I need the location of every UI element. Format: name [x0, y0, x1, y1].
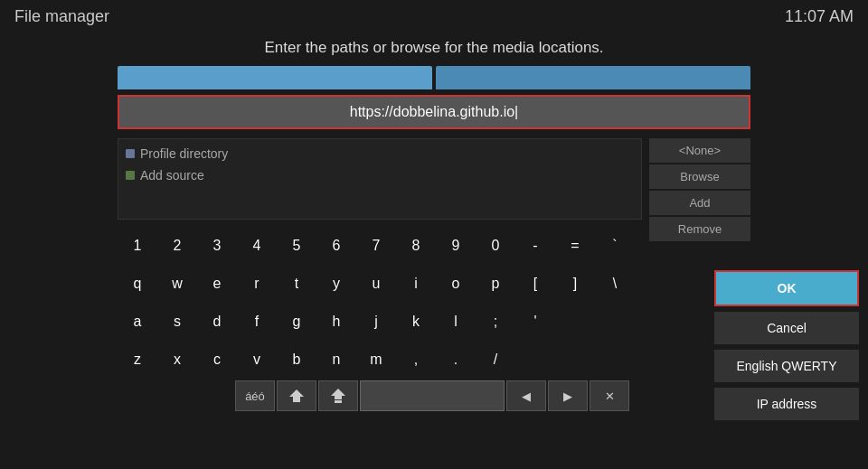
right-panel: OK Cancel English QWERTY IP address	[714, 270, 859, 420]
right-arrow-key[interactable]: ▶	[548, 380, 588, 411]
key-1[interactable]: 1	[118, 229, 157, 263]
list-item[interactable]: Profile directory	[118, 143, 641, 164]
key-b[interactable]: b	[277, 342, 316, 377]
key-3[interactable]: 3	[197, 229, 237, 263]
header: File manager 11:07 AM	[0, 0, 868, 33]
tab-2[interactable]	[436, 66, 750, 89]
shift-icon	[288, 388, 305, 404]
key-l[interactable]: l	[436, 305, 476, 339]
key-8[interactable]: 8	[396, 229, 436, 263]
key-o[interactable]: o	[436, 267, 476, 301]
cancel-button[interactable]: Cancel	[714, 312, 859, 344]
clock: 11:07 AM	[785, 7, 854, 26]
key-p[interactable]: p	[476, 267, 515, 301]
key-slash[interactable]: /	[476, 342, 515, 377]
key-rbracket[interactable]: ]	[555, 267, 595, 301]
browse-button[interactable]: Browse	[649, 164, 750, 189]
key-k[interactable]: k	[396, 305, 436, 339]
key-period[interactable]: .	[436, 342, 476, 377]
key-9[interactable]: 9	[436, 229, 476, 263]
keyboard-row-1: 1 2 3 4 5 6 7 8 9 0 - = `	[118, 229, 861, 263]
caps-key[interactable]	[318, 380, 358, 411]
key-q[interactable]: q	[118, 267, 157, 301]
key-h[interactable]: h	[316, 305, 356, 339]
special-chars-key[interactable]: áéó	[235, 380, 275, 411]
left-arrow-key[interactable]: ◀	[506, 380, 546, 411]
url-container	[0, 95, 868, 129]
item-icon	[126, 171, 135, 180]
key-v[interactable]: v	[237, 342, 277, 377]
key-g[interactable]: g	[277, 305, 316, 339]
shift-key[interactable]	[277, 380, 316, 411]
key-comma[interactable]: ,	[396, 342, 436, 377]
key-5[interactable]: 5	[277, 229, 316, 263]
side-buttons: <None> Browse Add Remove	[642, 138, 750, 220]
key-y[interactable]: y	[316, 267, 356, 301]
key-0[interactable]: 0	[476, 229, 515, 263]
app-title: File manager	[14, 7, 109, 26]
url-input[interactable]	[118, 95, 750, 129]
svg-marker-1	[331, 389, 345, 399]
key-r[interactable]: r	[237, 267, 277, 301]
file-list: Profile directory Add source	[118, 138, 642, 220]
key-z[interactable]: z	[118, 342, 157, 377]
key-c[interactable]: c	[197, 342, 237, 377]
key-minus[interactable]: -	[515, 229, 555, 263]
none-button[interactable]: <None>	[649, 138, 750, 163]
key-t[interactable]: t	[277, 267, 316, 301]
svg-rect-2	[335, 400, 342, 403]
list-item[interactable]: Add source	[118, 164, 641, 186]
svg-marker-0	[289, 389, 304, 402]
add-button[interactable]: Add	[649, 191, 750, 215]
ok-button[interactable]: OK	[714, 270, 859, 306]
key-n[interactable]: n	[316, 342, 356, 377]
item-icon	[126, 149, 135, 158]
keyboard-layout-button[interactable]: English QWERTY	[714, 350, 859, 382]
tab-1[interactable]	[118, 66, 432, 89]
key-s[interactable]: s	[157, 305, 197, 339]
caps-icon	[330, 388, 346, 404]
key-4[interactable]: 4	[237, 229, 277, 263]
key-u[interactable]: u	[356, 267, 396, 301]
key-e[interactable]: e	[197, 267, 237, 301]
key-lbracket[interactable]: [	[515, 267, 555, 301]
key-6[interactable]: 6	[316, 229, 356, 263]
key-j[interactable]: j	[356, 305, 396, 339]
key-backslash[interactable]: \	[595, 267, 635, 301]
key-2[interactable]: 2	[157, 229, 197, 263]
key-d[interactable]: d	[197, 305, 237, 339]
key-semicolon[interactable]: ;	[476, 305, 515, 339]
ip-address-button[interactable]: IP address	[714, 388, 859, 420]
tab-bar	[0, 66, 868, 91]
key-m[interactable]: m	[356, 342, 396, 377]
backspace-key[interactable]: ✕	[590, 380, 629, 411]
item-label: Add source	[140, 168, 204, 183]
key-x[interactable]: x	[157, 342, 197, 377]
key-equals[interactable]: =	[555, 229, 595, 263]
instruction-text: Enter the paths or browse for the media …	[0, 33, 868, 66]
key-f[interactable]: f	[237, 305, 277, 339]
key-backtick[interactable]: `	[595, 229, 635, 263]
key-i[interactable]: i	[396, 267, 436, 301]
key-quote[interactable]: '	[515, 305, 555, 339]
key-7[interactable]: 7	[356, 229, 396, 263]
middle-section: Profile directory Add source <None> Brow…	[0, 138, 868, 220]
key-w[interactable]: w	[157, 267, 197, 301]
key-a[interactable]: a	[118, 305, 157, 339]
space-key[interactable]	[360, 380, 505, 411]
item-label: Profile directory	[140, 146, 228, 161]
